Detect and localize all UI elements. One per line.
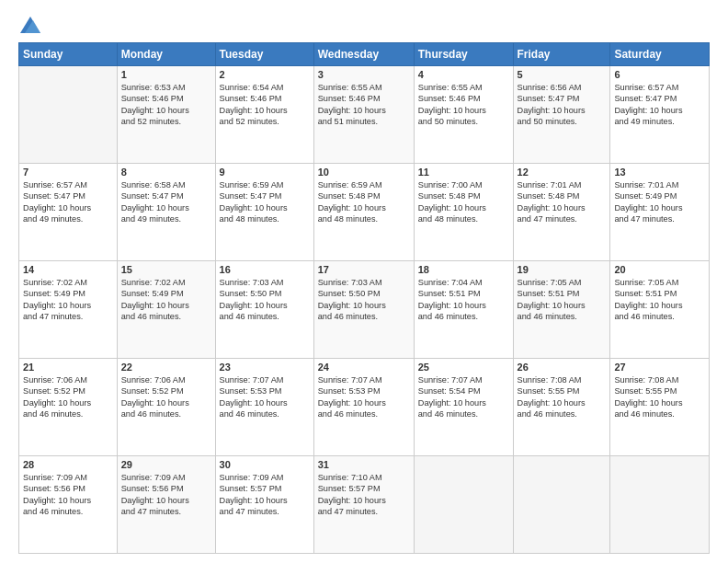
cell-content: Sunrise: 6:53 AM Sunset: 5:46 PM Dayligh… — [121, 82, 211, 128]
calendar-week-4: 21Sunrise: 7:06 AM Sunset: 5:52 PM Dayli… — [19, 359, 710, 456]
calendar-week-2: 7Sunrise: 6:57 AM Sunset: 5:47 PM Daylig… — [19, 164, 710, 261]
day-number: 16 — [220, 264, 310, 275]
calendar-cell: 17Sunrise: 7:03 AM Sunset: 5:50 PM Dayli… — [313, 261, 414, 359]
calendar-cell: 2Sunrise: 6:54 AM Sunset: 5:46 PM Daylig… — [215, 66, 313, 164]
day-number: 29 — [121, 459, 211, 470]
calendar-cell: 1Sunrise: 6:53 AM Sunset: 5:46 PM Daylig… — [117, 66, 215, 164]
weekday-header-wednesday: Wednesday — [313, 43, 414, 66]
calendar-cell: 30Sunrise: 7:09 AM Sunset: 5:57 PM Dayli… — [215, 456, 313, 554]
cell-content: Sunrise: 6:55 AM Sunset: 5:46 PM Dayligh… — [418, 82, 509, 128]
day-number: 20 — [614, 264, 705, 275]
day-number: 10 — [318, 167, 410, 178]
weekday-header-sunday: Sunday — [19, 43, 118, 66]
day-number: 7 — [23, 167, 113, 178]
cell-content: Sunrise: 7:00 AM Sunset: 5:48 PM Dayligh… — [418, 179, 509, 225]
cell-content: Sunrise: 7:07 AM Sunset: 5:54 PM Dayligh… — [418, 374, 509, 420]
calendar-week-5: 28Sunrise: 7:09 AM Sunset: 5:56 PM Dayli… — [19, 456, 710, 554]
calendar-cell: 9Sunrise: 6:59 AM Sunset: 5:47 PM Daylig… — [215, 164, 313, 261]
calendar-week-3: 14Sunrise: 7:02 AM Sunset: 5:49 PM Dayli… — [19, 261, 710, 359]
calendar-cell: 8Sunrise: 6:58 AM Sunset: 5:47 PM Daylig… — [117, 164, 215, 261]
calendar-cell: 13Sunrise: 7:01 AM Sunset: 5:49 PM Dayli… — [610, 164, 710, 261]
logo — [18, 17, 40, 33]
calendar: SundayMondayTuesdayWednesdayThursdayFrid… — [18, 42, 710, 554]
cell-content: Sunrise: 7:10 AM Sunset: 5:57 PM Dayligh… — [318, 472, 410, 518]
calendar-cell: 6Sunrise: 6:57 AM Sunset: 5:47 PM Daylig… — [610, 66, 710, 164]
day-number: 21 — [23, 362, 113, 373]
calendar-cell: 25Sunrise: 7:07 AM Sunset: 5:54 PM Dayli… — [414, 359, 513, 456]
day-number: 25 — [418, 362, 509, 373]
calendar-cell: 27Sunrise: 7:08 AM Sunset: 5:55 PM Dayli… — [610, 359, 710, 456]
day-number: 14 — [23, 264, 113, 275]
logo-icon — [20, 17, 40, 33]
calendar-cell: 31Sunrise: 7:10 AM Sunset: 5:57 PM Dayli… — [313, 456, 414, 554]
calendar-cell: 23Sunrise: 7:07 AM Sunset: 5:53 PM Dayli… — [215, 359, 313, 456]
weekday-header-saturday: Saturday — [610, 43, 710, 66]
cell-content: Sunrise: 7:01 AM Sunset: 5:49 PM Dayligh… — [614, 179, 705, 225]
page: SundayMondayTuesdayWednesdayThursdayFrid… — [0, 0, 728, 563]
cell-content: Sunrise: 7:02 AM Sunset: 5:49 PM Dayligh… — [121, 277, 211, 323]
calendar-cell: 7Sunrise: 6:57 AM Sunset: 5:47 PM Daylig… — [19, 164, 118, 261]
cell-content: Sunrise: 6:58 AM Sunset: 5:47 PM Dayligh… — [121, 179, 211, 225]
calendar-cell: 24Sunrise: 7:07 AM Sunset: 5:53 PM Dayli… — [313, 359, 414, 456]
day-number: 18 — [418, 264, 509, 275]
day-number: 6 — [614, 69, 705, 80]
calendar-cell: 14Sunrise: 7:02 AM Sunset: 5:49 PM Dayli… — [19, 261, 118, 359]
calendar-cell: 3Sunrise: 6:55 AM Sunset: 5:46 PM Daylig… — [313, 66, 414, 164]
weekday-header-thursday: Thursday — [414, 43, 513, 66]
cell-content: Sunrise: 7:03 AM Sunset: 5:50 PM Dayligh… — [220, 277, 310, 323]
cell-content: Sunrise: 7:01 AM Sunset: 5:48 PM Dayligh… — [518, 179, 607, 225]
calendar-cell: 19Sunrise: 7:05 AM Sunset: 5:51 PM Dayli… — [513, 261, 610, 359]
day-number: 5 — [518, 69, 607, 80]
calendar-cell: 11Sunrise: 7:00 AM Sunset: 5:48 PM Dayli… — [414, 164, 513, 261]
cell-content: Sunrise: 7:08 AM Sunset: 5:55 PM Dayligh… — [614, 374, 705, 420]
cell-content: Sunrise: 7:05 AM Sunset: 5:51 PM Dayligh… — [614, 277, 705, 323]
calendar-cell: 21Sunrise: 7:06 AM Sunset: 5:52 PM Dayli… — [19, 359, 118, 456]
day-number: 1 — [121, 69, 211, 80]
day-number: 19 — [518, 264, 607, 275]
calendar-cell: 4Sunrise: 6:55 AM Sunset: 5:46 PM Daylig… — [414, 66, 513, 164]
cell-content: Sunrise: 7:02 AM Sunset: 5:49 PM Dayligh… — [23, 277, 113, 323]
cell-content: Sunrise: 7:06 AM Sunset: 5:52 PM Dayligh… — [23, 374, 113, 420]
calendar-cell — [610, 456, 710, 554]
day-number: 2 — [220, 69, 310, 80]
header — [18, 17, 710, 33]
day-number: 4 — [418, 69, 509, 80]
calendar-cell: 20Sunrise: 7:05 AM Sunset: 5:51 PM Dayli… — [610, 261, 710, 359]
weekday-header-monday: Monday — [117, 43, 215, 66]
day-number: 28 — [23, 459, 113, 470]
day-number: 30 — [220, 459, 310, 470]
cell-content: Sunrise: 7:09 AM Sunset: 5:56 PM Dayligh… — [121, 472, 211, 518]
calendar-cell: 15Sunrise: 7:02 AM Sunset: 5:49 PM Dayli… — [117, 261, 215, 359]
calendar-cell: 18Sunrise: 7:04 AM Sunset: 5:51 PM Dayli… — [414, 261, 513, 359]
cell-content: Sunrise: 7:04 AM Sunset: 5:51 PM Dayligh… — [418, 277, 509, 323]
cell-content: Sunrise: 6:54 AM Sunset: 5:46 PM Dayligh… — [220, 82, 310, 128]
calendar-week-1: 1Sunrise: 6:53 AM Sunset: 5:46 PM Daylig… — [19, 66, 710, 164]
cell-content: Sunrise: 7:09 AM Sunset: 5:57 PM Dayligh… — [220, 472, 310, 518]
calendar-cell: 5Sunrise: 6:56 AM Sunset: 5:47 PM Daylig… — [513, 66, 610, 164]
cell-content: Sunrise: 7:09 AM Sunset: 5:56 PM Dayligh… — [23, 472, 113, 518]
cell-content: Sunrise: 7:08 AM Sunset: 5:55 PM Dayligh… — [518, 374, 607, 420]
cell-content: Sunrise: 6:59 AM Sunset: 5:47 PM Dayligh… — [220, 179, 310, 225]
cell-content: Sunrise: 7:07 AM Sunset: 5:53 PM Dayligh… — [318, 374, 410, 420]
day-number: 27 — [614, 362, 705, 373]
calendar-cell: 29Sunrise: 7:09 AM Sunset: 5:56 PM Dayli… — [117, 456, 215, 554]
day-number: 24 — [318, 362, 410, 373]
day-number: 23 — [220, 362, 310, 373]
calendar-cell: 10Sunrise: 6:59 AM Sunset: 5:48 PM Dayli… — [313, 164, 414, 261]
calendar-cell: 26Sunrise: 7:08 AM Sunset: 5:55 PM Dayli… — [513, 359, 610, 456]
calendar-cell: 22Sunrise: 7:06 AM Sunset: 5:52 PM Dayli… — [117, 359, 215, 456]
day-number: 13 — [614, 167, 705, 178]
day-number: 11 — [418, 167, 509, 178]
day-number: 12 — [518, 167, 607, 178]
calendar-cell: 16Sunrise: 7:03 AM Sunset: 5:50 PM Dayli… — [215, 261, 313, 359]
cell-content: Sunrise: 6:55 AM Sunset: 5:46 PM Dayligh… — [318, 82, 410, 128]
day-number: 8 — [121, 167, 211, 178]
day-number: 15 — [121, 264, 211, 275]
calendar-cell — [414, 456, 513, 554]
cell-content: Sunrise: 6:59 AM Sunset: 5:48 PM Dayligh… — [318, 179, 410, 225]
day-number: 31 — [318, 459, 410, 470]
cell-content: Sunrise: 7:05 AM Sunset: 5:51 PM Dayligh… — [518, 277, 607, 323]
day-number: 3 — [318, 69, 410, 80]
calendar-cell: 12Sunrise: 7:01 AM Sunset: 5:48 PM Dayli… — [513, 164, 610, 261]
day-number: 9 — [220, 167, 310, 178]
